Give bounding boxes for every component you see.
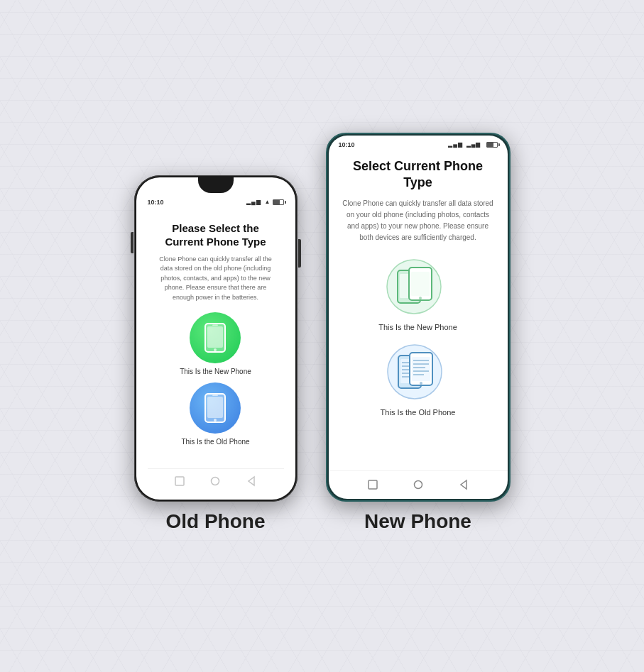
new-status-icons: ▂▄▆ ▂▄▆ xyxy=(448,141,497,148)
phones-container: 10:10 ▂▄▆ ▲ Please Select the Current Ph… xyxy=(134,133,511,540)
new-signal-icon: ▂▄▆ xyxy=(448,141,463,148)
old-nav-circle[interactable] xyxy=(209,475,221,487)
new-old-phone-option[interactable]: This Is the Old Phone xyxy=(381,340,456,417)
new-new-phone-label: This Is the New Phone xyxy=(378,323,457,331)
svg-rect-5 xyxy=(207,397,223,418)
new-new-phone-option[interactable]: This Is the New Phone xyxy=(378,255,457,331)
old-status-time: 10:10 xyxy=(148,199,164,206)
svg-point-6 xyxy=(214,419,217,422)
svg-point-2 xyxy=(214,348,217,351)
old-new-phone-option[interactable]: This Is the New Phone xyxy=(180,312,251,375)
old-wifi-icon: ▲ xyxy=(265,199,271,205)
svg-rect-8 xyxy=(175,477,184,485)
old-old-phone-label: This Is the Old Phone xyxy=(181,438,249,446)
svg-point-34 xyxy=(414,481,422,489)
new-screen-subtitle: Clone Phone can quickly transfer all dat… xyxy=(342,198,495,243)
old-status-bar: 10:10 ▂▄▆ ▲ xyxy=(148,197,284,206)
old-screen-title: Please Select the Current Phone Type xyxy=(153,221,278,249)
new-phone-screen: 10:10 ▂▄▆ ▂▄▆ Select Current Phone Type … xyxy=(329,136,508,499)
old-new-phone-icon xyxy=(203,323,227,353)
svg-rect-33 xyxy=(369,480,377,489)
old-phone-label: Old Phone xyxy=(166,510,266,533)
svg-marker-35 xyxy=(461,480,466,489)
new-status-time: 10:10 xyxy=(339,141,355,148)
old-old-phone-icon xyxy=(203,393,227,423)
svg-point-32 xyxy=(420,382,422,385)
old-new-phone-circle[interactable] xyxy=(190,312,241,363)
svg-point-9 xyxy=(212,478,219,485)
old-status-icons: ▂▄▆ ▲ xyxy=(246,199,284,205)
old-old-phone-option[interactable]: This Is the Old Phone xyxy=(181,382,249,446)
new-phone-label: New Phone xyxy=(364,510,471,533)
new-bottom-nav xyxy=(329,470,508,499)
old-nav-back[interactable] xyxy=(246,475,257,487)
new-signal-icon2: ▂▄▆ xyxy=(466,141,481,148)
old-phone-device: 10:10 ▂▄▆ ▲ Please Select the Current Ph… xyxy=(134,175,298,502)
new-battery-icon xyxy=(486,142,498,148)
svg-rect-3 xyxy=(212,325,218,326)
old-screen-subtitle: Clone Phone can quickly transfer all the… xyxy=(153,255,278,303)
new-nav-back[interactable] xyxy=(458,479,469,490)
new-new-phone-illustration xyxy=(382,255,453,319)
new-screen-content: Select Current Phone Type Clone Phone ca… xyxy=(329,151,508,470)
svg-rect-15 xyxy=(411,272,430,296)
new-phone-device: 10:10 ▂▄▆ ▂▄▆ Select Current Phone Type … xyxy=(326,133,511,502)
new-new-phone-icon-container xyxy=(382,255,453,319)
old-new-phone-label: This Is the New Phone xyxy=(180,368,251,375)
old-phone-screen: 10:10 ▂▄▆ ▲ Please Select the Current Ph… xyxy=(136,177,295,500)
old-signal-icon: ▂▄▆ xyxy=(246,199,261,205)
old-bottom-nav xyxy=(148,468,284,494)
old-old-phone-circle[interactable] xyxy=(190,382,241,434)
new-nav-circle[interactable] xyxy=(413,479,424,490)
new-phone-wrapper: 10:10 ▂▄▆ ▂▄▆ Select Current Phone Type … xyxy=(326,133,511,533)
new-screen-title: Select Current Phone Type xyxy=(342,158,495,192)
old-screen-content: Please Select the Current Phone Type Clo… xyxy=(148,214,284,468)
svg-rect-1 xyxy=(207,326,223,348)
new-old-phone-label: This Is the Old Phone xyxy=(381,408,456,417)
new-old-phone-icon-container xyxy=(383,340,454,404)
old-battery-icon xyxy=(273,199,284,205)
new-status-bar: 10:10 ▂▄▆ ▂▄▆ xyxy=(329,136,508,151)
svg-rect-7 xyxy=(212,395,218,397)
old-phone-wrapper: 10:10 ▂▄▆ ▲ Please Select the Current Ph… xyxy=(134,175,298,533)
old-nav-square[interactable] xyxy=(174,475,185,487)
svg-point-16 xyxy=(419,297,422,299)
new-old-phone-illustration xyxy=(383,340,454,404)
new-nav-square[interactable] xyxy=(367,479,378,490)
svg-marker-10 xyxy=(249,477,254,485)
